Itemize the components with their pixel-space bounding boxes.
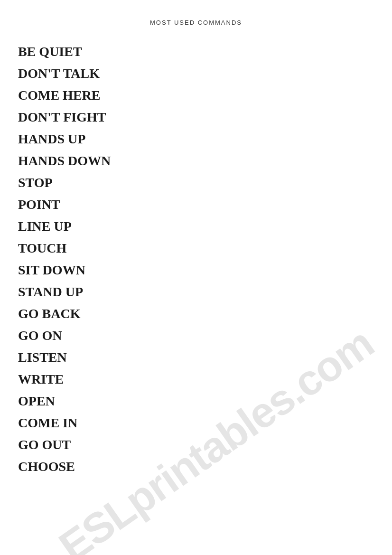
command-item-5: HANDS DOWN bbox=[18, 154, 374, 168]
command-item-0: BE QUIET bbox=[18, 45, 374, 58]
command-item-12: GO BACK bbox=[18, 307, 374, 320]
command-item-6: STOP bbox=[18, 176, 374, 189]
commands-list: BE QUIETDON'T TALKCOME HEREDON'T FIGHTHA… bbox=[18, 45, 374, 473]
command-item-14: LISTEN bbox=[18, 351, 374, 364]
page: MOST USED COMMANDS BE QUIETDON'T TALKCOM… bbox=[0, 0, 392, 555]
command-item-17: COME IN bbox=[18, 416, 374, 430]
command-item-2: COME HERE bbox=[18, 89, 374, 102]
command-item-7: POINT bbox=[18, 198, 374, 211]
command-item-11: STAND UP bbox=[18, 285, 374, 299]
command-item-18: GO OUT bbox=[18, 438, 374, 452]
command-item-9: TOUCH bbox=[18, 242, 374, 255]
command-item-4: HANDS UP bbox=[18, 132, 374, 146]
command-item-16: OPEN bbox=[18, 395, 374, 408]
command-item-10: SIT DOWN bbox=[18, 263, 374, 277]
command-item-8: LINE UP bbox=[18, 220, 374, 233]
command-item-15: WRITE bbox=[18, 373, 374, 386]
command-item-13: GO ON bbox=[18, 329, 374, 342]
page-title: MOST USED COMMANDS bbox=[18, 19, 374, 26]
command-item-1: DON'T TALK bbox=[18, 67, 374, 80]
command-item-3: DON'T FIGHT bbox=[18, 111, 374, 124]
command-item-19: CHOOSE bbox=[18, 460, 374, 473]
